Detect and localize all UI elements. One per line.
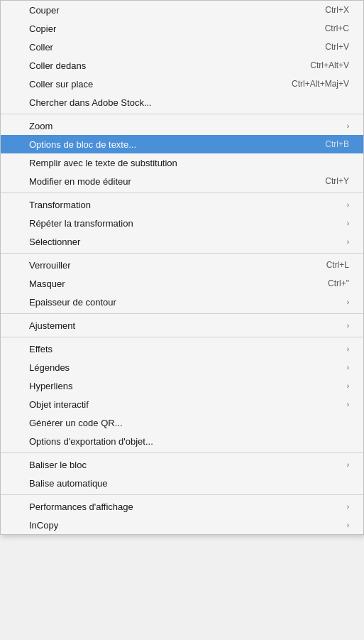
submenu-arrow-icon: › <box>347 364 349 371</box>
menu-item-generer-qr[interactable]: Générer un code QR... <box>1 413 363 432</box>
submenu-arrow-icon: › <box>347 238 349 246</box>
menu-item-label: Masquer <box>29 278 299 289</box>
menu-item-options-exportation[interactable]: Options d'exportation d'objet... <box>1 432 363 450</box>
menu-item-effets[interactable]: Effets› <box>1 340 363 358</box>
submenu-arrow-icon: › <box>347 201 349 209</box>
menu-item-coller-dedans[interactable]: Coller dedansCtrl+Alt+V <box>1 56 363 75</box>
menu-item-label: Couper <box>29 5 297 16</box>
menu-item-label: Sélectionner <box>29 237 340 247</box>
menu-item-label: Générer un code QR... <box>29 418 349 428</box>
menu-item-label: Chercher dans Adobe Stock... <box>29 97 349 108</box>
menu-item-couper[interactable]: CouperCtrl+X <box>1 1 363 19</box>
menu-separator <box>1 494 363 495</box>
menu-item-modifier-editeur[interactable]: Modifier en mode éditeurCtrl+Y <box>1 172 363 190</box>
menu-item-label: Verrouiller <box>29 260 298 271</box>
menu-item-remplir-substitution[interactable]: Remplir avec le texte de substitution <box>1 153 363 172</box>
menu-item-label: Baliser le bloc <box>29 460 340 470</box>
menu-item-label: Objet interactif <box>29 399 340 410</box>
menu-item-legendes[interactable]: Légendes› <box>1 358 363 376</box>
menu-item-label: Répéter la transformation <box>29 218 340 229</box>
menu-item-balise-automatique[interactable]: Balise automatique <box>1 474 363 492</box>
menu-item-shortcut: Ctrl+C <box>325 23 349 33</box>
menu-separator <box>1 114 363 114</box>
menu-item-transformation[interactable]: Transformation› <box>1 195 363 214</box>
menu-item-label: Performances d'affichage <box>29 501 340 512</box>
menu-separator <box>1 192 363 193</box>
submenu-arrow-icon: › <box>347 322 349 330</box>
submenu-arrow-icon: › <box>347 298 349 306</box>
menu-item-shortcut: Ctrl+Alt+V <box>310 60 349 70</box>
menu-item-label: Modifier en mode éditeur <box>29 176 297 187</box>
menu-item-label: Transformation <box>29 200 340 210</box>
menu-separator <box>1 337 363 337</box>
menu-item-epaisseur-contour[interactable]: Epaisseur de contour› <box>1 293 363 311</box>
menu-item-objet-interactif[interactable]: Objet interactif› <box>1 395 363 413</box>
menu-separator <box>1 253 363 254</box>
menu-item-zoom[interactable]: Zoom› <box>1 116 363 135</box>
menu-item-label: Coller dedans <box>29 60 282 71</box>
menu-item-label: Ajustement <box>29 320 340 331</box>
menu-item-label: Copier <box>29 23 297 34</box>
submenu-arrow-icon: › <box>347 401 349 408</box>
menu-item-label: Coller <box>29 42 297 53</box>
menu-item-shortcut: Ctrl+L <box>326 260 349 270</box>
submenu-arrow-icon: › <box>347 122 349 130</box>
menu-item-selectionner[interactable]: Sélectionner› <box>1 232 363 251</box>
menu-item-chercher-adobe-stock[interactable]: Chercher dans Adobe Stock... <box>1 93 363 112</box>
menu-item-shortcut: Ctrl+Alt+Maj+V <box>292 79 349 89</box>
menu-item-label: Hyperliens <box>29 381 340 391</box>
submenu-arrow-icon: › <box>347 345 349 353</box>
menu-item-label: Zoom <box>29 121 340 131</box>
menu-item-shortcut: Ctrl+Y <box>325 176 349 186</box>
menu-item-shortcut: Ctrl+" <box>328 278 349 288</box>
submenu-arrow-icon: › <box>347 503 349 511</box>
menu-item-label: Remplir avec le texte de substitution <box>29 158 349 168</box>
menu-item-label: Options de bloc de texte... <box>29 139 297 150</box>
menu-item-hyperliens[interactable]: Hyperliens› <box>1 376 363 395</box>
menu-item-incopy[interactable]: InCopy› <box>1 516 363 534</box>
submenu-arrow-icon: › <box>347 521 349 529</box>
menu-item-baliser-bloc[interactable]: Baliser le bloc› <box>1 455 363 474</box>
menu-item-coller-sur-place[interactable]: Coller sur placeCtrl+Alt+Maj+V <box>1 75 363 93</box>
context-menu: CouperCtrl+XCopierCtrl+CCollerCtrl+VColl… <box>0 0 364 535</box>
submenu-arrow-icon: › <box>347 219 349 227</box>
menu-item-label: Coller sur place <box>29 79 263 90</box>
menu-item-options-bloc-texte[interactable]: Options de bloc de texte...Ctrl+B <box>1 135 363 153</box>
menu-item-label: InCopy <box>29 520 340 531</box>
menu-item-masquer[interactable]: MasquerCtrl+" <box>1 274 363 293</box>
menu-item-label: Epaisseur de contour <box>29 297 340 308</box>
menu-separator <box>1 313 363 314</box>
menu-item-copier[interactable]: CopierCtrl+C <box>1 19 363 38</box>
menu-item-shortcut: Ctrl+V <box>325 42 349 52</box>
menu-item-label: Légendes <box>29 362 340 373</box>
menu-item-coller[interactable]: CollerCtrl+V <box>1 38 363 56</box>
menu-item-shortcut: Ctrl+B <box>325 139 349 149</box>
menu-item-performances-affichage[interactable]: Performances d'affichage› <box>1 497 363 516</box>
menu-item-verrouiller[interactable]: VerrouillerCtrl+L <box>1 256 363 274</box>
menu-item-label: Balise automatique <box>29 478 349 489</box>
menu-separator <box>1 452 363 453</box>
menu-item-repeter-transformation[interactable]: Répéter la transformation› <box>1 214 363 232</box>
menu-item-label: Options d'exportation d'objet... <box>29 436 349 447</box>
submenu-arrow-icon: › <box>347 382 349 390</box>
menu-item-shortcut: Ctrl+X <box>325 5 349 15</box>
menu-item-label: Effets <box>29 344 340 354</box>
menu-item-ajustement[interactable]: Ajustement› <box>1 316 363 335</box>
submenu-arrow-icon: › <box>347 461 349 469</box>
